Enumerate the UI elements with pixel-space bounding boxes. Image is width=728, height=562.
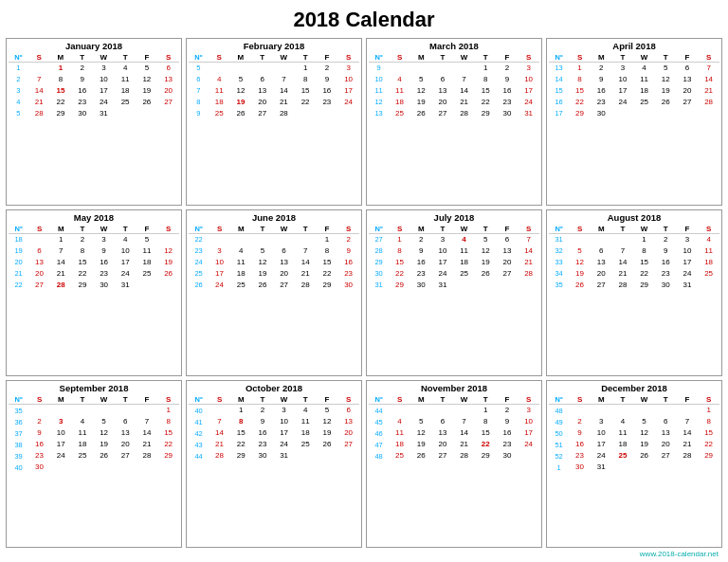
month-block-8: August 2018NºSMTWTFS31123432567891011331… [546, 209, 722, 377]
week-number: 46 [369, 427, 389, 439]
day-cell [432, 63, 454, 75]
day-cell: 8 [569, 74, 591, 85]
col-header: T [612, 225, 634, 234]
week-number: 13 [369, 108, 389, 119]
col-header: F [136, 53, 157, 63]
day-cell: 31 [115, 280, 136, 291]
day-cell: 2 [316, 63, 337, 75]
day-cell: 6 [337, 405, 359, 417]
day-cell: 23 [655, 268, 677, 280]
table-row: 4214151617181920 [189, 427, 359, 439]
day-cell [230, 63, 252, 75]
col-header: Nº [369, 395, 389, 405]
day-cell: 31 [518, 108, 539, 119]
day-cell: 27 [591, 280, 612, 291]
day-cell [410, 405, 432, 417]
day-cell: 4 [389, 74, 410, 85]
day-cell: 4 [453, 233, 475, 245]
day-cell: 29 [475, 450, 497, 462]
week-number: 36 [9, 416, 28, 427]
table-row: 3022232425262728 [369, 268, 539, 280]
day-cell: 17 [518, 85, 539, 97]
col-header: T [475, 225, 497, 234]
day-cell: 3 [432, 233, 454, 245]
col-header: T [115, 225, 136, 234]
week-number: 37 [9, 427, 28, 439]
week-number: 27 [369, 233, 389, 245]
week-number: 45 [369, 416, 389, 427]
day-cell: 19 [136, 85, 157, 97]
day-cell: 27 [337, 439, 359, 450]
table-row: 1218192021222324 [369, 97, 539, 108]
day-cell: 11 [115, 74, 136, 85]
table-row: 172930 [549, 108, 719, 119]
day-cell [453, 405, 475, 417]
week-number: 44 [189, 450, 209, 462]
day-cell: 4 [612, 416, 634, 427]
day-cell [209, 405, 230, 417]
day-cell: 9 [71, 74, 93, 85]
day-cell: 25 [72, 450, 94, 462]
day-cell: 15 [698, 427, 719, 439]
day-cell [251, 63, 273, 75]
col-header: T [432, 53, 454, 63]
col-header: W [93, 225, 115, 234]
day-cell [317, 450, 338, 462]
day-cell: 7 [698, 63, 719, 75]
day-cell: 31 [432, 280, 454, 291]
day-cell: 23 [28, 450, 50, 462]
col-header: M [591, 395, 612, 405]
day-cell: 19 [655, 85, 677, 97]
day-cell: 27 [497, 268, 519, 280]
day-cell: 29 [50, 108, 72, 119]
day-cell: 8 [50, 74, 72, 85]
day-cell: 23 [569, 450, 591, 462]
day-cell: 18 [698, 257, 719, 268]
day-cell: 2 [252, 405, 274, 417]
day-cell: 22 [317, 268, 338, 280]
day-cell: 11 [453, 245, 475, 257]
day-cell: 14 [28, 85, 50, 97]
month-table: NºSMTWTFS4012345641789101112134214151617… [189, 395, 359, 462]
col-header: T [72, 225, 94, 234]
day-cell: 21 [698, 85, 719, 97]
week-number: 35 [9, 405, 28, 417]
col-header: W [273, 53, 295, 63]
col-header: T [71, 53, 93, 63]
day-cell: 24 [337, 97, 359, 108]
day-cell: 22 [633, 268, 655, 280]
day-cell: 26 [230, 108, 252, 119]
col-header: F [136, 395, 158, 405]
day-cell: 25 [115, 97, 136, 108]
day-cell: 25 [633, 97, 655, 108]
table-row: 196789101112 [9, 245, 179, 257]
week-number: 9 [369, 63, 389, 75]
table-row: 4321222324252627 [189, 439, 359, 450]
day-cell: 5 [410, 416, 432, 427]
day-cell: 11 [612, 427, 634, 439]
day-cell: 22 [295, 97, 317, 108]
day-cell: 24 [518, 439, 539, 450]
week-number: 44 [369, 405, 389, 417]
day-cell: 10 [612, 74, 634, 85]
day-cell: 20 [115, 439, 136, 450]
day-cell: 1 [157, 405, 179, 417]
table-row: 4030 [9, 462, 179, 473]
day-cell: 30 [569, 462, 591, 473]
day-cell [28, 405, 50, 417]
day-cell: 18 [453, 257, 475, 268]
month-title: July 2018 [369, 212, 539, 223]
month-table: NºSMTWTFS1123456278910111213314151617181… [9, 53, 179, 119]
day-cell: 29 [389, 280, 410, 291]
day-cell [633, 405, 655, 417]
day-cell: 8 [230, 416, 252, 427]
col-header: T [72, 395, 94, 405]
week-number: 31 [549, 233, 569, 245]
day-cell: 28 [209, 450, 230, 462]
week-number: 6 [189, 74, 209, 85]
month-block-6: June 2018NºSMTWTFS2212233456789241011121… [186, 209, 362, 377]
day-cell: 18 [389, 439, 410, 450]
day-cell [295, 450, 317, 462]
day-cell [497, 280, 519, 291]
week-number: 52 [549, 450, 569, 462]
